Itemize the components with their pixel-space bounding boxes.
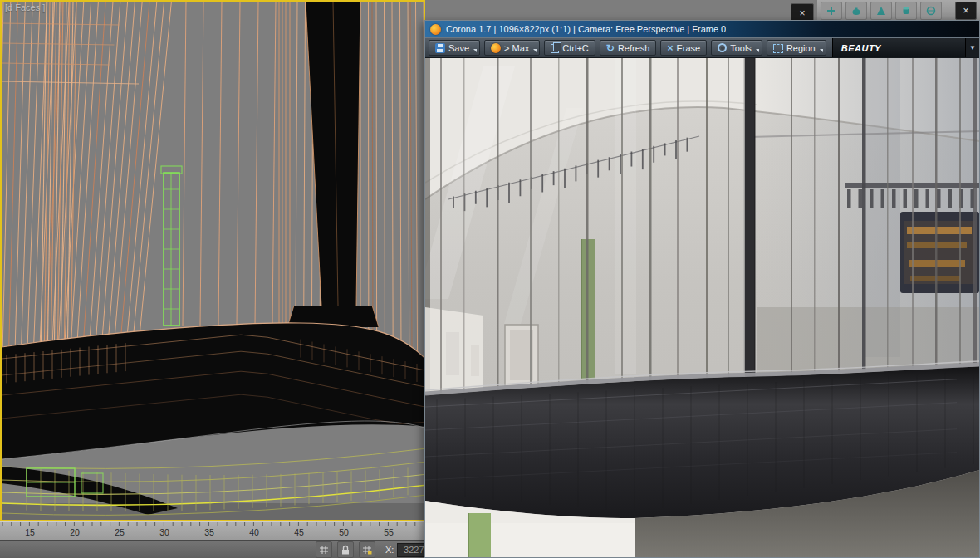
teapot-icon[interactable]: [845, 2, 867, 20]
erase-button[interactable]: × Erase: [660, 40, 707, 56]
corona-logo-icon: [491, 43, 501, 53]
timeline-label: 50: [335, 527, 353, 537]
grid-snap-icon[interactable]: [359, 541, 375, 558]
save-icon: [435, 43, 445, 53]
sphere-icon[interactable]: [920, 2, 942, 20]
glass-reflection: [615, 58, 636, 374]
refresh-button[interactable]: ↻ Refresh: [600, 40, 657, 56]
interior-window: [446, 332, 459, 375]
region-icon: [773, 44, 783, 53]
timeline-label: 45: [290, 527, 308, 537]
transform-typein-icon[interactable]: [316, 541, 332, 558]
send-to-max-label: > Max: [504, 43, 529, 53]
corona-toolbar: Save > Max Ctrl+C ↻ Refresh × Erase Tool…: [425, 37, 979, 58]
toolbar-close-button[interactable]: ×: [955, 2, 977, 20]
white-wall-bright: [425, 523, 635, 557]
timeline-label: 15: [21, 527, 39, 537]
tools-label: Tools: [730, 43, 752, 53]
corona-logo-icon: [430, 24, 441, 35]
copy-label: Ctrl+C: [562, 43, 588, 53]
save-label: Save: [448, 43, 469, 53]
timeline-label: 20: [66, 527, 84, 537]
timeline-label: 35: [200, 527, 218, 537]
tools-button[interactable]: Tools: [711, 40, 762, 56]
gear-icon: [718, 43, 727, 52]
send-to-max-button[interactable]: > Max: [484, 40, 540, 56]
corona-window-title: Corona 1.7 | 1096×822px (1:1) | Camera: …: [446, 24, 726, 34]
refresh-label: Refresh: [618, 43, 650, 53]
x-coordinate-label: X:: [385, 545, 394, 555]
viewport-shading-label[interactable]: [d Faces ]: [5, 2, 45, 12]
timeline-label: 25: [110, 527, 129, 537]
create-plus-icon[interactable]: [821, 2, 842, 20]
background-toolbar: ×: [817, 0, 980, 22]
render-image[interactable]: [425, 58, 979, 557]
channel-dropdown-arrow[interactable]: ▼: [965, 38, 979, 57]
timeline-label: 30: [155, 527, 174, 537]
copy-icon: [551, 44, 559, 53]
selection-lock-icon[interactable]: [337, 541, 354, 558]
rendered-scene: [425, 58, 979, 557]
erase-icon: ×: [667, 43, 673, 53]
wireframe-lines: [2, 2, 424, 520]
white-door: [505, 325, 538, 386]
copy-button[interactable]: Ctrl+C: [544, 40, 595, 56]
cylinder-icon[interactable]: [895, 2, 917, 20]
timeline-label: 55: [380, 527, 398, 537]
green-panel-bottom: [468, 513, 491, 557]
wireframe-viewport[interactable]: [d Faces ]: [0, 0, 425, 521]
desktop: [d Faces ] × × 15 20 25 30 35 40 45: [0, 0, 980, 558]
save-button[interactable]: Save: [429, 40, 480, 56]
corona-titlebar[interactable]: Corona 1.7 | 1096×822px (1:1) | Camera: …: [425, 21, 979, 37]
region-button[interactable]: Region: [767, 40, 826, 56]
render-channel-label: BEAUTY: [841, 43, 881, 53]
cone-icon[interactable]: [870, 2, 892, 20]
render-channel-selector[interactable]: BEAUTY: [832, 38, 965, 57]
corona-vfb-window[interactable]: Corona 1.7 | 1096×822px (1:1) | Camera: …: [424, 20, 980, 558]
refresh-icon: ↻: [606, 43, 615, 53]
region-label: Region: [786, 43, 816, 53]
wireframe-drawing: [2, 2, 424, 520]
erase-label: Erase: [676, 43, 700, 53]
timeline-label: 40: [245, 527, 263, 537]
interior-window: [471, 345, 479, 376]
